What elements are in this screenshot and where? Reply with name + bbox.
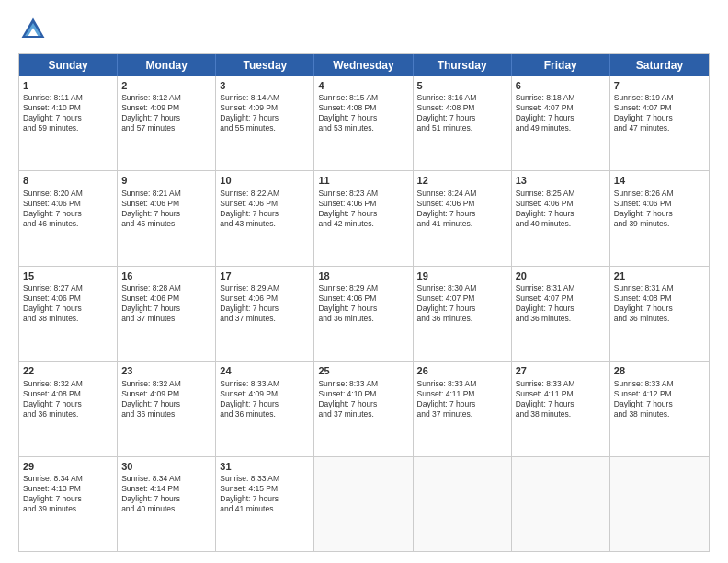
day-number: 18: [318, 270, 408, 282]
page: SundayMondayTuesdayWednesdayThursdayFrid…: [0, 0, 728, 563]
day-number: 8: [23, 174, 113, 187]
calendar-day-cell: 15Sunrise: 8:27 AMSunset: 4:06 PMDayligh…: [19, 267, 118, 361]
day-number: 16: [121, 270, 211, 282]
day-info-line: Daylight: 7 hours: [23, 113, 113, 123]
calendar-day-cell: 14Sunrise: 8:26 AMSunset: 4:06 PMDayligh…: [610, 171, 709, 265]
day-info-line: Sunset: 4:07 PM: [516, 293, 606, 304]
header: [18, 15, 710, 44]
day-info-line: Daylight: 7 hours: [220, 399, 310, 409]
day-info-line: Sunrise: 8:15 AM: [318, 93, 408, 103]
calendar-day-cell: 7Sunrise: 8:19 AMSunset: 4:07 PMDaylight…: [610, 76, 709, 170]
day-number: 28: [614, 364, 705, 377]
day-info-line: Daylight: 7 hours: [318, 209, 408, 219]
day-info-line: Daylight: 7 hours: [23, 399, 113, 409]
day-info-line: and 36 minutes.: [417, 314, 507, 324]
day-number: 11: [318, 174, 408, 187]
logo: [18, 15, 51, 44]
day-info-line: Sunrise: 8:14 AM: [220, 93, 310, 103]
day-info-line: Sunset: 4:06 PM: [318, 199, 408, 209]
day-info-line: Daylight: 7 hours: [121, 113, 211, 123]
day-info-line: Daylight: 7 hours: [516, 304, 606, 314]
day-info-line: Daylight: 7 hours: [23, 494, 113, 504]
day-info-line: Sunrise: 8:34 AM: [23, 474, 113, 484]
calendar-day-cell: 24Sunrise: 8:33 AMSunset: 4:09 PMDayligh…: [216, 362, 314, 455]
day-info-line: and 37 minutes.: [318, 409, 408, 419]
day-info-line: Sunrise: 8:34 AM: [121, 474, 211, 484]
calendar-day-cell: 8Sunrise: 8:20 AMSunset: 4:06 PMDaylight…: [19, 171, 118, 265]
day-info-line: Sunrise: 8:30 AM: [417, 283, 507, 293]
logo-icon: [18, 15, 48, 44]
day-info-line: and 46 minutes.: [23, 219, 113, 229]
calendar-day-cell: 18Sunrise: 8:29 AMSunset: 4:06 PMDayligh…: [314, 267, 413, 361]
day-info-line: and 53 minutes.: [318, 123, 408, 133]
day-info-line: Sunset: 4:11 PM: [417, 389, 507, 399]
day-info-line: Sunrise: 8:29 AM: [220, 283, 310, 293]
calendar-header-cell: Thursday: [414, 54, 512, 76]
calendar-day-cell: 1Sunrise: 8:11 AMSunset: 4:10 PMDaylight…: [19, 76, 118, 170]
calendar-header-cell: Monday: [118, 54, 216, 76]
day-info-line: and 36 minutes.: [614, 314, 705, 324]
calendar-week-row: 15Sunrise: 8:27 AMSunset: 4:06 PMDayligh…: [19, 266, 709, 361]
day-info-line: Sunrise: 8:33 AM: [516, 379, 606, 389]
day-number: 22: [23, 364, 113, 377]
day-info-line: and 49 minutes.: [516, 123, 606, 133]
day-info-line: Sunrise: 8:33 AM: [220, 474, 310, 484]
day-info-line: Sunrise: 8:26 AM: [614, 189, 705, 199]
day-info-line: and 39 minutes.: [23, 504, 113, 514]
calendar-week-row: 1Sunrise: 8:11 AMSunset: 4:10 PMDaylight…: [19, 76, 709, 170]
day-info-line: Daylight: 7 hours: [220, 494, 310, 504]
day-info-line: Sunrise: 8:19 AM: [614, 93, 705, 103]
day-info-line: and 59 minutes.: [23, 123, 113, 133]
day-info-line: Sunset: 4:10 PM: [318, 389, 408, 399]
calendar-day-cell: [414, 457, 512, 551]
day-info-line: Daylight: 7 hours: [121, 209, 211, 219]
day-number: 23: [121, 364, 211, 377]
day-info-line: and 47 minutes.: [614, 123, 705, 133]
day-info-line: Sunset: 4:07 PM: [417, 293, 507, 304]
calendar-day-cell: 30Sunrise: 8:34 AMSunset: 4:14 PMDayligh…: [118, 457, 216, 551]
calendar-week-row: 29Sunrise: 8:34 AMSunset: 4:13 PMDayligh…: [19, 456, 709, 551]
day-info-line: Daylight: 7 hours: [614, 399, 705, 409]
day-info-line: Sunrise: 8:33 AM: [318, 379, 408, 389]
day-info-line: and 36 minutes.: [23, 409, 113, 419]
day-info-line: Sunrise: 8:12 AM: [121, 93, 211, 103]
day-number: 9: [121, 174, 211, 187]
day-info-line: Daylight: 7 hours: [417, 304, 507, 314]
day-info-line: and 41 minutes.: [220, 504, 310, 514]
day-info-line: Daylight: 7 hours: [516, 113, 606, 123]
day-number: 17: [220, 270, 310, 282]
day-info-line: Sunrise: 8:18 AM: [516, 93, 606, 103]
day-info-line: Daylight: 7 hours: [516, 399, 606, 409]
day-number: 13: [516, 174, 606, 187]
day-info-line: and 37 minutes.: [417, 409, 507, 419]
calendar-day-cell: [314, 457, 413, 551]
day-number: 31: [220, 460, 310, 473]
day-info-line: and 36 minutes.: [121, 409, 211, 419]
day-info-line: Sunrise: 8:31 AM: [614, 283, 705, 293]
day-info-line: Daylight: 7 hours: [614, 304, 705, 314]
day-info-line: Sunrise: 8:29 AM: [318, 283, 408, 293]
day-info-line: Sunrise: 8:22 AM: [220, 189, 310, 199]
day-number: 29: [23, 460, 113, 473]
calendar-day-cell: 23Sunrise: 8:32 AMSunset: 4:09 PMDayligh…: [118, 362, 216, 455]
calendar-day-cell: 20Sunrise: 8:31 AMSunset: 4:07 PMDayligh…: [512, 267, 610, 361]
day-info-line: and 36 minutes.: [516, 314, 606, 324]
day-number: 26: [417, 364, 507, 377]
day-info-line: Daylight: 7 hours: [614, 113, 705, 123]
day-info-line: Sunrise: 8:31 AM: [516, 283, 606, 293]
day-info-line: Sunset: 4:06 PM: [318, 293, 408, 304]
day-number: 3: [220, 79, 310, 92]
calendar-day-cell: 10Sunrise: 8:22 AMSunset: 4:06 PMDayligh…: [216, 171, 314, 265]
calendar-week-row: 8Sunrise: 8:20 AMSunset: 4:06 PMDaylight…: [19, 170, 709, 265]
day-info-line: Sunset: 4:09 PM: [220, 103, 310, 113]
day-info-line: Sunset: 4:06 PM: [23, 199, 113, 209]
day-info-line: Sunrise: 8:28 AM: [121, 283, 211, 293]
day-info-line: Daylight: 7 hours: [318, 113, 408, 123]
day-info-line: Sunset: 4:10 PM: [23, 103, 113, 113]
calendar-header-row: SundayMondayTuesdayWednesdayThursdayFrid…: [19, 54, 709, 76]
calendar-day-cell: 31Sunrise: 8:33 AMSunset: 4:15 PMDayligh…: [216, 457, 314, 551]
day-info-line: Sunrise: 8:33 AM: [417, 379, 507, 389]
day-number: 19: [417, 270, 507, 282]
day-info-line: Daylight: 7 hours: [220, 304, 310, 314]
day-info-line: Sunrise: 8:21 AM: [121, 189, 211, 199]
